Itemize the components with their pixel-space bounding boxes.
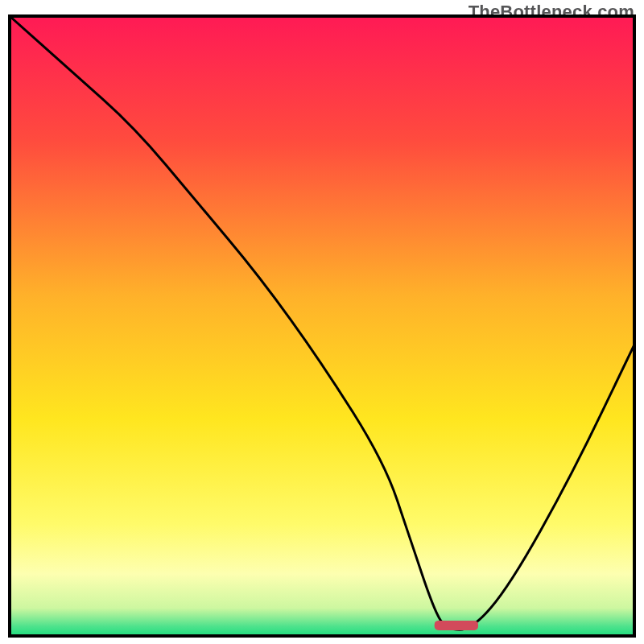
optimal-marker [435,621,478,630]
plot-area [8,14,636,638]
gradient-background [10,16,634,636]
bottleneck-chart: TheBottleneck.com [0,0,644,644]
